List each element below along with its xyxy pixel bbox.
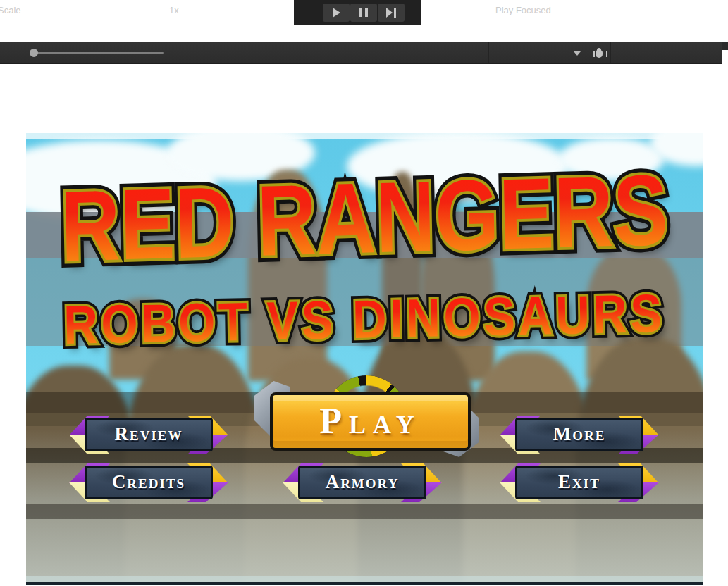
review-label: Review [85, 418, 213, 451]
exit-button[interactable]: Exit [515, 466, 643, 499]
scale-slider-track[interactable] [32, 52, 164, 54]
armory-label: Armory [298, 466, 426, 499]
play-button[interactable] [323, 4, 350, 22]
play-focused-dropdown[interactable]: Play Focused [495, 5, 551, 15]
scale-label: Scale [0, 5, 21, 15]
toolbar-separator [588, 42, 588, 63]
scale-slider-handle[interactable] [30, 49, 38, 57]
credits-label: Credits [85, 466, 213, 499]
armory-button[interactable]: Armory [298, 466, 426, 499]
pause-icon [359, 8, 368, 17]
playback-toolbar [294, 0, 421, 25]
shore-line [26, 576, 703, 582]
unity-editor-window: Scale 1x Play Focused [0, 0, 728, 586]
play-menu-button[interactable]: Play [270, 392, 471, 451]
credits-button[interactable]: Credits [85, 466, 213, 499]
scale-value: 1x [169, 5, 179, 15]
review-button[interactable]: Review [85, 418, 213, 451]
game-title-line1: RED RANGERS RED RANGERS RED RANGERS [26, 154, 703, 285]
more-button[interactable]: More [515, 418, 643, 451]
bug-icon[interactable] [593, 46, 605, 59]
ground-line [26, 582, 703, 585]
exit-label: Exit [515, 466, 643, 499]
toolbar-corner [722, 42, 728, 50]
game-view: RED RANGERS RED RANGERS RED RANGERS ROBO… [26, 133, 703, 585]
toolbar-separator [488, 42, 489, 63]
chevron-down-icon[interactable] [574, 51, 581, 56]
more-label: More [515, 418, 643, 451]
step-button[interactable] [378, 4, 405, 22]
play-icon [333, 8, 340, 18]
toolbar-separator [610, 42, 611, 63]
step-forward-icon [386, 8, 393, 18]
menu-row-stripe [26, 504, 703, 519]
play-label: Play [273, 395, 468, 448]
pause-button[interactable] [350, 4, 377, 22]
